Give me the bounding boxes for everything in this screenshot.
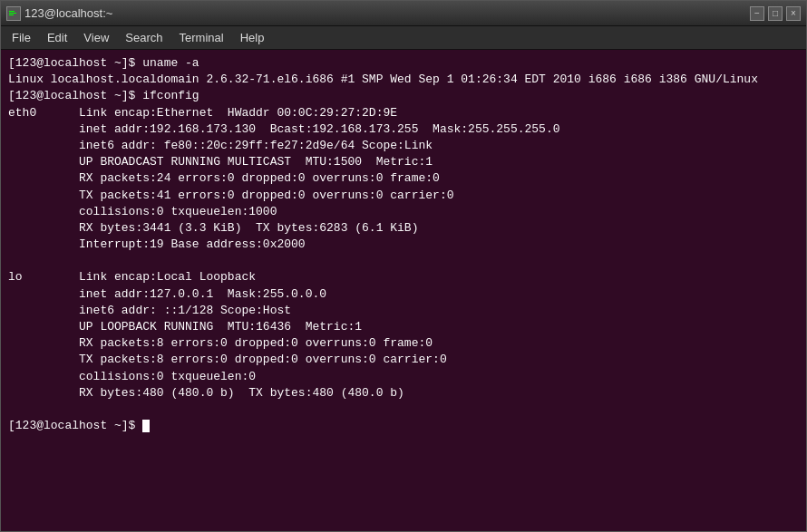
title-bar-left: 123@localhost:~ <box>6 6 112 21</box>
window-title: 123@localhost:~ <box>24 6 112 20</box>
svg-rect-2 <box>9 13 16 14</box>
menu-view[interactable]: View <box>76 29 116 46</box>
close-button[interactable]: × <box>786 6 801 21</box>
terminal-window: 123@localhost:~ − □ × File Edit View Sea… <box>0 0 807 532</box>
title-bar-controls: − □ × <box>750 6 801 21</box>
terminal-icon <box>6 6 21 21</box>
menu-bar: File Edit View Search Terminal Help <box>1 26 806 50</box>
menu-help[interactable]: Help <box>233 29 272 46</box>
menu-edit[interactable]: Edit <box>40 29 74 46</box>
title-bar: 123@localhost:~ − □ × <box>1 1 806 26</box>
maximize-button[interactable]: □ <box>768 6 783 21</box>
terminal-cursor <box>142 420 150 432</box>
svg-rect-1 <box>9 11 15 12</box>
svg-rect-3 <box>9 15 14 15</box>
menu-terminal[interactable]: Terminal <box>172 29 231 46</box>
minimize-button[interactable]: − <box>750 6 764 21</box>
menu-search[interactable]: Search <box>118 29 170 46</box>
terminal-body[interactable]: [123@localhost ~]$ uname -a Linux localh… <box>1 50 806 531</box>
menu-file[interactable]: File <box>5 29 38 46</box>
